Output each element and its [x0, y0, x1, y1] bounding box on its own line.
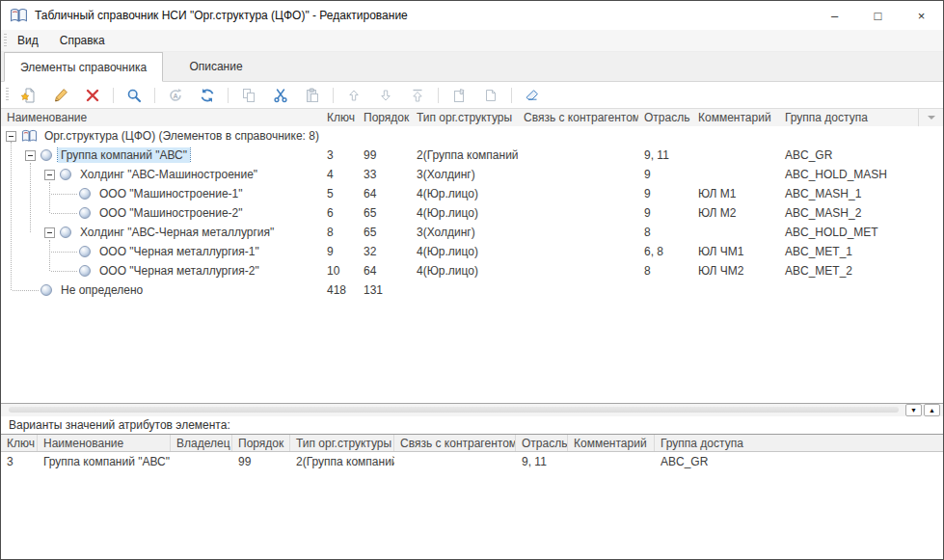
collapse-panel-button[interactable]: ▼ — [905, 404, 922, 416]
auto-refresh-button[interactable]: A — [164, 85, 187, 106]
title-bar: Табличный справочник НСИ "Орг.структура … — [1, 1, 943, 30]
tree-cell-access_group: ABC_MET_1 — [779, 245, 943, 258]
tree-row[interactable]: Группа компаний "АВС"3992(Группа компани… — [1, 146, 943, 165]
details-row[interactable]: 3Группа компаний "АВС"992(Группа компани… — [1, 452, 943, 471]
edit-card-button[interactable] — [447, 85, 471, 106]
node-sphere-icon — [79, 207, 91, 219]
tree-cell-comment: ЮЛ ЧМ2 — [692, 264, 779, 278]
move-up-button[interactable] — [342, 85, 365, 106]
tree-row[interactable]: ООО "Машиностроение-1"5644(Юр.лицо)9ЮЛ М… — [1, 184, 943, 203]
tree-column-header-3[interactable]: Тип орг.структуры — [411, 111, 518, 124]
column-chooser-button[interactable] — [918, 109, 943, 126]
tree-node-label-selected[interactable]: Группа компаний "АВС" — [58, 147, 190, 163]
tree-row[interactable]: Орг.структура (ЦФО) (Элементов в справоч… — [1, 126, 943, 146]
search-button[interactable] — [122, 85, 146, 106]
tree-cell-type: 3(Холдинг) — [411, 168, 518, 181]
tree-column-header-0[interactable]: Наименование — [1, 111, 321, 124]
tree-name-cell: Орг.структура (ЦФО) (Элементов в справоч… — [1, 128, 321, 144]
details-column-header-3[interactable]: Порядок — [232, 435, 290, 451]
node-sphere-icon — [79, 246, 91, 257]
delete-item-button[interactable] — [81, 85, 104, 106]
maximize-button[interactable]: □ — [856, 1, 900, 30]
tree-node-label[interactable]: Холдинг "АВС-Черная металлургия" — [77, 225, 277, 240]
close-button[interactable]: × — [900, 1, 943, 30]
tree-cell-order: 32 — [358, 245, 411, 258]
details-column-header-2[interactable]: Владелец — [171, 435, 232, 451]
expand-panel-button[interactable]: ▲ — [924, 404, 940, 416]
copy-button[interactable] — [237, 85, 260, 106]
tree-row[interactable]: Холдинг "АВС-Черная металлургия"8653(Хол… — [1, 223, 943, 242]
tab-elements[interactable]: Элементы справочника — [4, 52, 163, 82]
tab-description[interactable]: Описание — [163, 52, 269, 81]
tree-node-label[interactable]: ООО "Машиностроение-2" — [96, 205, 245, 221]
view-card-button[interactable] — [479, 85, 502, 106]
tree-node-label[interactable]: Не определено — [58, 282, 146, 298]
tree-row[interactable]: ООО "Черная металлургия-2"10644(Юр.лицо)… — [1, 261, 943, 280]
details-column-header-1[interactable]: Наименование — [38, 435, 171, 451]
tree-column-header-1[interactable]: Ключ — [321, 111, 358, 124]
tree-cell-key: 4 — [321, 168, 358, 181]
window-title: Табличный справочник НСИ "Орг.структура … — [35, 9, 408, 22]
node-sphere-icon — [60, 169, 71, 180]
tree-row[interactable]: ООО "Черная металлургия-1"9324(Юр.лицо)6… — [1, 242, 943, 261]
tree-column-header-6[interactable]: Комментарий — [692, 111, 779, 124]
details-column-header-7[interactable]: Комментарий — [568, 435, 655, 451]
tree-cell-access_group: ABC_GR — [779, 148, 943, 162]
tree-row[interactable]: Не определено418131 — [1, 280, 943, 300]
cut-button[interactable] — [269, 85, 292, 106]
tree-cell-key: 3 — [321, 148, 358, 162]
auto-refresh-icon: A — [168, 88, 183, 103]
tree-cell-access_group: ABC_MASH_1 — [779, 187, 943, 200]
tree-row[interactable]: ООО "Машиностроение-2"6654(Юр.лицо)9ЮЛ М… — [1, 203, 943, 223]
tab-strip: Элементы справочника Описание — [1, 52, 943, 82]
tree-column-header-7[interactable]: Группа доступа — [779, 111, 918, 124]
tree-column-headers: НаименованиеКлючПорядокТип орг.структуры… — [1, 108, 943, 126]
node-sphere-icon — [60, 227, 71, 238]
tree-column-header-4[interactable]: Связь с контрагентом — [518, 111, 638, 124]
edit-card-icon — [451, 88, 467, 103]
move-up-icon — [346, 88, 362, 103]
clear-icon — [525, 88, 540, 103]
details-column-header-4[interactable]: Тип орг.структуры — [290, 435, 394, 451]
menu-item-help[interactable]: Справка — [49, 34, 116, 47]
clear-button[interactable] — [521, 85, 544, 106]
app-book-icon — [10, 8, 28, 23]
tree-node-label[interactable]: ООО "Черная металлургия-2" — [96, 263, 262, 279]
collapse-node-icon[interactable] — [44, 170, 55, 180]
minimize-button[interactable]: – — [813, 1, 856, 30]
tree-cell-industry: 9 — [638, 187, 692, 200]
tree-column-header-5[interactable]: Отрасль — [638, 111, 692, 124]
details-column-header-6[interactable]: Отрасль — [516, 435, 568, 451]
menu-item-view[interactable]: Вид — [7, 34, 49, 47]
tree-cell-access_group: ABC_MASH_2 — [779, 206, 943, 220]
edit-item-button[interactable] — [49, 85, 72, 106]
details-cell-4: 2(Группа компаний) — [290, 455, 394, 468]
tree-node-label[interactable]: Холдинг "АВС-Машиностроение" — [77, 167, 260, 182]
tree-cell-key: 6 — [321, 206, 358, 220]
details-cell-1: Группа компаний "АВС" — [38, 455, 171, 468]
collapse-node-icon[interactable] — [6, 131, 16, 142]
refresh-button[interactable] — [196, 85, 219, 106]
add-item-button[interactable] — [17, 85, 40, 106]
move-down-button[interactable] — [374, 85, 397, 106]
tree-branch-line — [51, 271, 77, 272]
paste-button[interactable] — [301, 85, 324, 106]
tree-row[interactable]: Холдинг "АВС-Машиностроение"4333(Холдинг… — [1, 165, 943, 184]
collapse-node-icon[interactable] — [44, 227, 55, 238]
details-column-header-8[interactable]: Группа доступа — [655, 435, 943, 451]
tree-node-label[interactable]: Орг.структура (ЦФО) (Элементов в справоч… — [41, 128, 321, 144]
tree-node-label[interactable]: ООО "Черная металлургия-1" — [96, 244, 262, 259]
collapse-node-icon[interactable] — [25, 150, 36, 161]
tree-column-header-2[interactable]: Порядок — [358, 111, 411, 124]
node-sphere-icon — [40, 149, 52, 161]
menu-bar: Вид Справка — [1, 30, 943, 52]
tree-node-label[interactable]: ООО "Машиностроение-1" — [96, 186, 245, 201]
move-first-button[interactable] — [406, 85, 429, 106]
details-column-header-0[interactable]: Ключ — [1, 435, 38, 451]
chevron-down-icon — [928, 116, 935, 120]
splitter-handle[interactable] — [9, 407, 899, 413]
app-window: Табличный справочник НСИ "Орг.структура … — [0, 0, 944, 560]
copy-icon — [241, 88, 256, 103]
edit-item-icon — [53, 88, 68, 103]
details-column-header-5[interactable]: Связь с контрагентом — [394, 435, 516, 451]
